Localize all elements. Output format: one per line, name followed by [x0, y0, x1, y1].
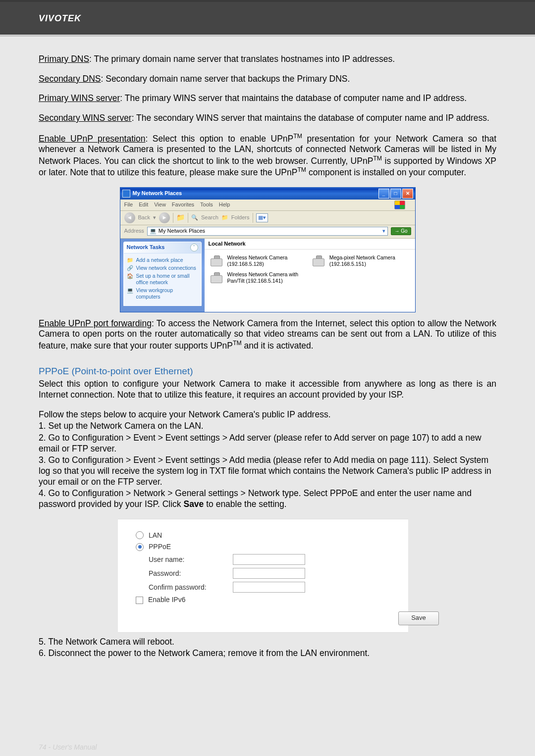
pppoe-section-title: PPPoE (Point-to-point over Ethernet): [39, 365, 496, 377]
network-places-icon: [122, 190, 130, 198]
network-tasks-head[interactable]: Network Tasks ˆ: [124, 242, 201, 253]
tm-mark: TM: [373, 155, 382, 162]
forward-button[interactable]: ►: [159, 212, 170, 223]
menu-tools[interactable]: Tools: [200, 202, 213, 208]
divider: [0, 36, 535, 36]
network-tasks-title: Network Tasks: [127, 244, 165, 251]
xp-body: Network Tasks ˆ 📁Add a network place 🔗Vi…: [120, 239, 415, 312]
address-value: My Network Places: [159, 228, 205, 235]
connections-icon: 🔗: [127, 265, 134, 271]
group-local-network: Local Network: [205, 239, 415, 250]
xp-main: Local Network Wireless Network Camera(19…: [205, 239, 415, 312]
radio-pppoe[interactable]: [136, 543, 144, 551]
window-controls: _ □ ✕: [378, 189, 413, 199]
primary-wins: Primary WINS server: The primary WINS se…: [39, 93, 496, 104]
step-4: 4. Go to Configuration > Network > Gener…: [39, 488, 496, 509]
address-field[interactable]: 💻 My Network Places ▾: [147, 227, 388, 236]
save-button[interactable]: Save: [398, 611, 439, 625]
upnp-port-forwarding: Enable UPnP port forwarding: To access t…: [39, 318, 496, 352]
xp-window: My Network Places _ □ ✕ File Edit View F…: [120, 187, 416, 312]
search-icon[interactable]: 🔍: [191, 214, 198, 221]
close-button[interactable]: ✕: [402, 189, 413, 199]
page-footer: 74 - User's Manual: [0, 738, 535, 756]
password-label: Password:: [149, 569, 233, 578]
username-row: User name:: [127, 554, 399, 565]
radio-pppoe-row: PPPoE: [127, 543, 399, 551]
back-label: Back: [138, 214, 150, 221]
secondary-wins-label: Secondary WINS server: [39, 113, 132, 123]
items-list: Wireless Network Camera(192.168.5.128) M…: [205, 250, 415, 289]
pppoe-label: PPPoE: [149, 543, 171, 551]
folders-label[interactable]: Folders: [231, 214, 250, 221]
upnp-fwd-label: Enable UPnP port forwarding: [39, 318, 152, 328]
xp-titlebar[interactable]: My Network Places _ □ ✕: [120, 188, 415, 200]
camera-icon: [312, 254, 326, 266]
views-icon[interactable]: ▦▾: [256, 213, 268, 222]
setup-network-icon: 🏠: [127, 273, 134, 279]
dropdown-icon[interactable]: ▾: [382, 228, 385, 235]
secondary-dns-text: : Secondary domain name server that back…: [101, 74, 350, 84]
task-item[interactable]: 🔗View network connections: [127, 265, 198, 271]
menu-favorites[interactable]: Favorites: [172, 202, 194, 208]
menu-file[interactable]: File: [124, 202, 133, 208]
menu-view[interactable]: View: [154, 202, 166, 208]
step-6: 6. Disconnect the power to the Network C…: [39, 648, 496, 659]
network-places-icon: 💻: [150, 228, 157, 235]
footer-sep: -: [49, 743, 51, 751]
page: VIVOTEK Primary DNS: The primary domain …: [0, 0, 535, 756]
collapse-icon[interactable]: ˆ: [190, 244, 198, 252]
add-place-icon: 📁: [127, 257, 134, 263]
xp-menubar: File Edit View Favorites Tools Help: [120, 200, 415, 211]
menu-help[interactable]: Help: [219, 202, 230, 208]
confirm-row: Confirm password:: [127, 582, 399, 593]
ipv6-label: Enable IPv6: [148, 596, 186, 604]
menu-edit[interactable]: Edit: [139, 202, 148, 208]
ipv6-row: Enable IPv6: [127, 596, 399, 604]
minimize-button[interactable]: _: [378, 189, 389, 199]
pppoe-follow: Follow the steps below to acquire your N…: [39, 409, 496, 420]
search-label[interactable]: Search: [201, 214, 218, 221]
camera-item[interactable]: Wireless Network Camera with Pan/Tilt (1…: [208, 269, 310, 286]
item-sub: (192.168.5.128): [227, 261, 288, 267]
camera-icon: [210, 271, 224, 283]
separator: [173, 213, 173, 223]
primary-dns-label: Primary DNS: [39, 54, 89, 64]
task-item[interactable]: 📁Add a network place: [127, 257, 198, 263]
confirm-label: Confirm password:: [149, 583, 233, 592]
content-area: Primary DNS: The primary domain name ser…: [0, 48, 535, 688]
step-3: 3. Go to Configuration > Event > Event s…: [39, 455, 496, 487]
window-title: My Network Places: [133, 190, 182, 197]
network-tasks-body: 📁Add a network place 🔗View network conne…: [124, 253, 201, 305]
up-icon[interactable]: 📁: [176, 213, 185, 222]
brand-logo: VIVOTEK: [39, 13, 81, 24]
upnp-presentation: Enable UPnP presentation: Select this op…: [39, 133, 496, 178]
separator: [188, 213, 188, 223]
text: component is installed on your computer.: [306, 167, 466, 177]
task-item[interactable]: 🏠Set up a home or small office network: [127, 273, 198, 286]
primary-dns: Primary DNS: The primary domain name ser…: [39, 54, 496, 65]
save-inline: Save: [183, 499, 204, 509]
folders-icon[interactable]: 📁: [221, 214, 228, 221]
radio-lan[interactable]: [136, 531, 144, 539]
windows-flag-icon: [394, 201, 405, 209]
camera-icon: [210, 254, 224, 266]
secondary-wins-text: : The secondary WINS server that maintai…: [132, 113, 489, 123]
back-button[interactable]: ◄: [124, 212, 135, 223]
item-name: Wireless Network Camera: [227, 254, 288, 261]
task-item[interactable]: 💻View workgroup computers: [127, 287, 198, 300]
camera-item[interactable]: Mega-pixel Network Camera (192.168.5.151…: [310, 252, 412, 269]
upnp-presentation-label: Enable UPnP presentation: [39, 134, 145, 144]
username-label: User name:: [149, 555, 233, 564]
go-button[interactable]: → Go: [391, 227, 411, 235]
address-label: Address: [124, 228, 144, 235]
confirm-input[interactable]: [233, 582, 305, 593]
camera-item[interactable]: Wireless Network Camera(192.168.5.128): [208, 252, 310, 269]
tm-mark: TM: [297, 166, 306, 173]
tm-mark: TM: [233, 340, 242, 347]
checkbox-ipv6[interactable]: [136, 597, 143, 604]
username-input[interactable]: [233, 554, 305, 565]
maximize-button[interactable]: □: [390, 189, 401, 199]
header-band: VIVOTEK: [0, 0, 535, 35]
password-input[interactable]: [233, 568, 305, 579]
page-number: 74: [39, 743, 47, 751]
